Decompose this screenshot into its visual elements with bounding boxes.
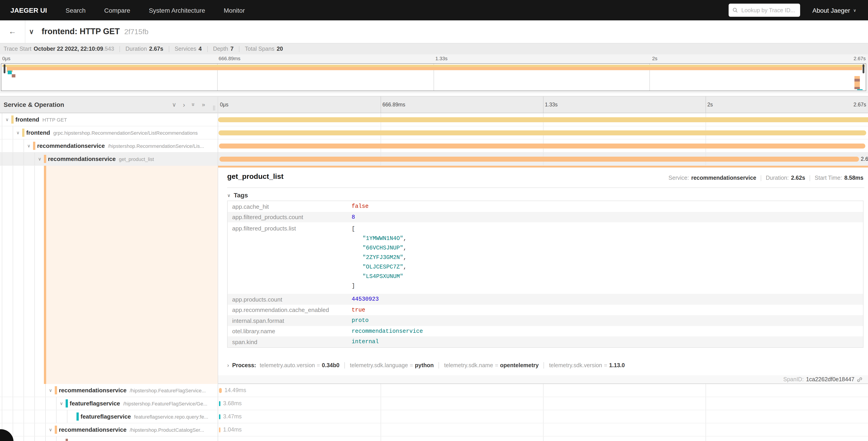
link-icon[interactable] xyxy=(857,377,863,382)
collapse-trace-chevron-icon[interactable]: ∨ xyxy=(29,28,34,36)
services-value: 4 xyxy=(199,46,202,52)
span-color-bar xyxy=(76,412,79,421)
trace-id-lookup-input[interactable] xyxy=(740,6,796,14)
span-detail-meta: Service:recommendationservice Duration:2… xyxy=(669,175,864,181)
minimap-right-scrubber[interactable] xyxy=(863,64,864,74)
indent-guide xyxy=(34,397,35,410)
span-name[interactable]: featureflagservice/hipstershop.FeatureFl… xyxy=(70,400,207,407)
tag-row: app.filtered_products.list [ "1YMWWN1N4O… xyxy=(228,222,863,294)
services-label: Services xyxy=(175,46,196,52)
minimap-left-scrubber[interactable] xyxy=(4,64,5,74)
span-row-selected[interactable]: ∨ recommendationserviceget_product_list … xyxy=(0,153,868,166)
column-resize-divider[interactable] xyxy=(218,96,218,441)
collapse-chevron-icon[interactable]: ∨ xyxy=(60,401,63,406)
span-bar[interactable] xyxy=(219,388,222,393)
expand-all-icon[interactable]: » xyxy=(202,101,205,108)
collapse-one-icon[interactable]: ∨ xyxy=(172,101,176,108)
nav-item-system-architecture[interactable]: System Architecture xyxy=(149,6,205,14)
indent-guide xyxy=(2,126,2,139)
about-jaeger-menu[interactable]: About Jaeger ∨ xyxy=(812,6,856,14)
span-bar[interactable] xyxy=(219,157,859,161)
indent-guide xyxy=(34,423,35,436)
span-color-bar xyxy=(55,425,57,434)
trace-start-label: Trace Start xyxy=(4,46,31,52)
tag-key: app.filtered_products.list xyxy=(228,222,352,232)
span-name[interactable]: frontendHTTP GET xyxy=(16,116,67,123)
span-name[interactable]: featureflagservicefeatureflagservice.rep… xyxy=(81,413,208,420)
tick-separator xyxy=(706,96,706,113)
span-color-bar xyxy=(44,155,46,163)
tag-key: internal.span.format xyxy=(228,317,352,324)
span-row-partial[interactable] xyxy=(0,437,868,441)
trace-start-value: October 22 2022, 22:10:09 xyxy=(34,46,103,52)
span-bar[interactable] xyxy=(218,117,868,122)
span-detail-title: get_product_list xyxy=(227,173,283,181)
collapse-chevron-icon[interactable]: ∨ xyxy=(27,143,31,148)
total-spans-label: Total Spans xyxy=(245,46,275,52)
tags-table: app.cache_hit false app.filtered_product… xyxy=(227,201,864,348)
tag-value: proto xyxy=(352,317,369,324)
divider xyxy=(227,187,864,188)
span-row[interactable]: ∨ recommendationservice/hipstershop.Prod… xyxy=(0,423,868,437)
trace-title-text: frontend: HTTP GET xyxy=(42,27,120,36)
indent-guide xyxy=(24,410,24,423)
timeline-tick: 0μs xyxy=(220,102,228,107)
span-color-bar xyxy=(55,386,57,394)
span-bar[interactable] xyxy=(219,414,220,419)
process-value: 1.13.0 xyxy=(609,362,625,369)
span-row[interactable]: ∨ featureflagservice/hipstershop.Feature… xyxy=(0,397,868,410)
span-row[interactable]: featureflagservicefeatureflagservice.rep… xyxy=(0,410,868,423)
collapse-chevron-icon[interactable]: ∨ xyxy=(16,130,20,135)
divider xyxy=(544,362,544,369)
minimap-span xyxy=(7,67,862,70)
depth-value: 7 xyxy=(230,46,234,52)
span-bar[interactable] xyxy=(219,144,865,148)
minimap-span xyxy=(855,87,860,89)
collapse-chevron-icon[interactable]: ∨ xyxy=(38,156,41,161)
indent-guide xyxy=(45,437,46,441)
indent-guide xyxy=(45,397,46,410)
minimap-canvas[interactable] xyxy=(1,63,866,91)
expand-one-icon[interactable]: › xyxy=(183,101,185,109)
back-button[interactable]: ← xyxy=(0,20,25,43)
span-name[interactable]: recommendationserviceget_product_list xyxy=(48,155,154,162)
minimap-span xyxy=(12,74,16,78)
app-logo[interactable]: JAEGER UI xyxy=(10,6,47,14)
duration-label: Duration: xyxy=(766,175,788,181)
span-name[interactable]: frontendgrpc.hipstershop.RecommendationS… xyxy=(26,129,198,136)
span-name[interactable]: recommendationservice/hipstershop.Featur… xyxy=(59,387,206,394)
span-row[interactable]: ∨ frontendgrpc.hipstershop.Recommendatio… xyxy=(0,126,868,140)
span-row[interactable]: ∨ recommendationservice/hipstershop.Reco… xyxy=(0,140,868,153)
tags-section-toggle[interactable]: ∨ Tags xyxy=(227,192,248,199)
nav-item-compare[interactable]: Compare xyxy=(104,6,130,14)
collapse-chevron-icon[interactable]: ∨ xyxy=(49,427,52,432)
nav-item-search[interactable]: Search xyxy=(66,6,86,14)
grip-icon[interactable] xyxy=(215,106,215,111)
minimap-tick: 2s xyxy=(652,56,657,61)
collapse-chevron-icon[interactable]: ∨ xyxy=(5,117,9,122)
collapse-chevron-icon[interactable]: ∨ xyxy=(49,388,52,393)
span-bar[interactable] xyxy=(219,401,220,406)
indent-guide xyxy=(2,384,2,396)
indent-guide xyxy=(13,410,13,423)
trace-id-lookup[interactable] xyxy=(728,4,800,17)
tag-row: app.cache_hit false xyxy=(228,201,863,212)
trace-title: frontend: HTTP GET2f715fb xyxy=(42,27,149,36)
grip-icon[interactable] xyxy=(213,106,214,111)
span-name[interactable]: recommendationservice/hipstershop.Produc… xyxy=(59,426,204,433)
span-name[interactable]: recommendationservice/hipstershop.Recomm… xyxy=(37,142,204,149)
span-row[interactable]: ∨ recommendationservice/hipstershop.Feat… xyxy=(0,384,868,397)
process-section[interactable]: › Process: telemetry.auto.version=0.34b0… xyxy=(227,362,625,369)
tag-value: recommendationservice xyxy=(352,328,423,334)
divider xyxy=(344,362,345,369)
tag-row: span.kind internal xyxy=(228,336,863,347)
collapse-all-icon[interactable]: » xyxy=(190,103,197,106)
service-value: recommendationservice xyxy=(691,175,756,181)
span-row[interactable]: ∨ frontendHTTP GET xyxy=(0,113,868,126)
nav-item-monitor[interactable]: Monitor xyxy=(224,6,245,14)
indent-guide xyxy=(24,153,24,165)
span-bar[interactable] xyxy=(219,428,220,432)
tag-value-list: [ "1YMWWN1N4O", "66VCHSJNUP", "2ZYFJ3GM2… xyxy=(352,222,407,291)
span-bar[interactable] xyxy=(219,130,866,136)
indent-guide xyxy=(2,166,2,384)
